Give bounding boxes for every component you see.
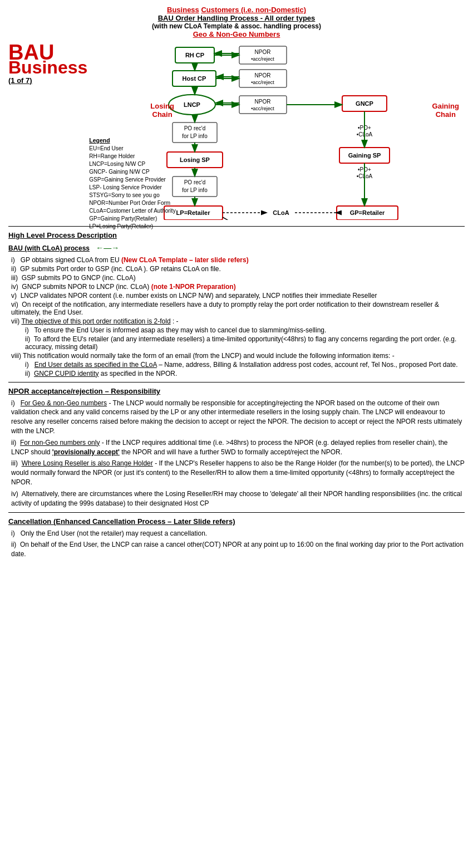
npor-item-iv-label: iv) <box>11 490 20 498</box>
step-i-label: i) <box>11 256 18 264</box>
arrows-inline-display: ←―→ <box>96 243 119 252</box>
npor-item-iii: iii) Where Losing Reseller is also Range… <box>11 459 465 487</box>
npor-item-iii-label: iii) <box>11 459 19 467</box>
legend-item-6: STSYG=Sorry to see you go <box>89 192 175 199</box>
cancel-item-i-text: Only the End User (not the retailer) may… <box>21 529 208 537</box>
step-vi: vi) On receipt of the notification, any … <box>11 301 465 316</box>
cancel-item-i-label: i) <box>11 529 18 537</box>
gaining-chain-text2: Chain <box>432 110 459 119</box>
step-ii-text: GP submits Port order to GSP (inc. CLoA … <box>20 265 221 273</box>
step-iv-text: GNCP submits NPOR to LNCP (inc. CLoA) <box>22 283 151 291</box>
step-iii-text: GSP submits PO to GNCP (inc. CLoA) <box>22 274 136 282</box>
cancel-item-ii: ii) On behalf of the End User, the LNCP … <box>11 540 465 559</box>
npor2-sub: •acc/reject <box>251 80 274 85</box>
lncp-node-text: LNCP <box>184 101 200 108</box>
npor-item-iii-underline: Where Losing Reseller is also Range Hold… <box>22 459 153 467</box>
step-vii-ii-label: ii) <box>25 335 32 343</box>
step-vii-ii-text: To afford the EU's retailer (and any int… <box>25 335 456 351</box>
step-viii-ii: ii) GNCP CUPID identity as specified in … <box>25 370 465 377</box>
step-vii-i: i) To ensure the End User is informed as… <box>25 326 465 334</box>
header-line1: Business Customers (i.e. non-Domestic) <box>8 6 465 14</box>
high-level-section: High Level Process Description BAU (with… <box>8 231 465 377</box>
npor3-label: NPOR <box>255 99 271 105</box>
step-iv-label: iv) <box>11 283 20 291</box>
svg-line-31 <box>223 217 245 220</box>
header-line2: BAU Order Handling Process - All order t… <box>8 14 465 22</box>
legend-item-9: GP=Gaining Party(Retailer) <box>89 215 175 223</box>
step-vii: vii) The objective of this port order no… <box>11 317 465 351</box>
npor-item-ii-text2: the NPOR and will have a further 5WD to … <box>121 448 342 456</box>
step-vii-underline: The objective of this port order notific… <box>21 317 170 325</box>
gaining-chain-label: Gaining Chain <box>432 102 459 119</box>
gaining-chain-text: Gaining <box>432 102 459 110</box>
npor-item-ii: ii) For non-Geo numbers only - If the LN… <box>11 438 465 457</box>
npor-item-ii-boldunderline: 'provisionally accept' <box>52 448 120 456</box>
step-ii: ii) GP submits Port order to GSP (inc. C… <box>11 265 465 273</box>
step-vii-colon: : - <box>173 317 179 325</box>
divider2 <box>8 382 465 382</box>
step-viii-ii-text: as specified in the NPOR. <box>101 370 177 377</box>
step-iv-highlight: (note 1-NPOR Preparation) <box>151 283 236 291</box>
cancellation-title: Cancellation (Enhanced Cancellation Proc… <box>8 517 465 526</box>
losing-chain-text2: Chain <box>150 110 174 119</box>
legend-block: Legend EU=End User RH=Range Holder LNCP=… <box>89 136 175 231</box>
step-viii-sublist: i) End User details as specified in the … <box>25 361 465 377</box>
legend-item-1: RH=Range Holder <box>89 153 175 160</box>
step-viii-i: i) End User details as specified in the … <box>25 361 465 369</box>
header-line4: Geo & Non-Geo Numbers <box>8 30 465 38</box>
npor-item-ii-label: ii) <box>11 439 18 447</box>
legend-item-4: GSP=Gaining Service Provider <box>89 176 175 184</box>
porecd1-line2: for LP info <box>183 133 208 139</box>
gncp-node-text: GNCP <box>356 100 373 107</box>
losing-chain-text: Losing <box>150 102 174 110</box>
step-vii-i-text: To ensure the End User is informed asap … <box>34 326 326 334</box>
bau-process-label: BAU (with CLoA) process <box>8 244 90 252</box>
step-i: i) GP obtains signed CLoA from EU (New C… <box>11 256 465 264</box>
bau-process-line: BAU (with CLoA) process ←―→ <box>8 243 465 254</box>
high-level-title: High Level Process Description <box>8 231 465 239</box>
page-header: Business Customers (i.e. non-Domestic) B… <box>8 6 465 38</box>
porecd1-line1: PO rec'd <box>184 125 206 131</box>
header-line1-plain: Customers (i.e. non-Domestic) <box>201 6 306 14</box>
legend-item-0: EU=End User <box>89 145 175 153</box>
flow-diagram: RH CP Host CP LNCP NPOR •acc/reject NPOR… <box>142 42 431 220</box>
npor-item-iv: iv) Alternatively, there are circumstanc… <box>11 489 465 508</box>
step-iii: iii) GSP submits PO to GNCP (inc. CLoA) <box>11 274 465 282</box>
cancel-item-ii-label: ii) <box>11 541 18 548</box>
top-section: BAU Business (1 of 7) Losing Chain Gaini… <box>8 42 465 222</box>
page-container: Business Customers (i.e. non-Domestic) B… <box>8 6 465 559</box>
step-i-text: GP obtains signed CLoA from EU <box>21 256 121 264</box>
npor1-label: NPOR <box>255 49 271 55</box>
step-i-highlight: (New CLoA Template – later slide refers) <box>121 256 249 264</box>
npor-section-title: NPOR acceptance/rejection – Responsibili… <box>8 387 465 395</box>
npor1-sub: •acc/reject <box>251 56 274 62</box>
step-vi-text: On receipt of the notification, any inte… <box>11 301 439 316</box>
legend-title: Legend <box>89 136 175 145</box>
step-iii-label: iii) <box>11 274 19 282</box>
header-line3: (with new CLoA Template & assoc. handlin… <box>8 22 465 30</box>
header-business-underline: Business <box>167 6 199 14</box>
porecd2-line2: for LP info <box>183 187 208 193</box>
step-vi-label: vi) <box>11 301 20 308</box>
step-v: v) LNCP validates NPOR content (i.e. num… <box>11 292 465 300</box>
cancellation-section: Cancellation (Enhanced Cancellation Proc… <box>8 517 465 558</box>
gp-retailer-node-text: GP=Retailer <box>350 209 385 216</box>
step-ii-label: ii) <box>11 265 18 273</box>
cloa-middle-text: CLoA <box>273 209 289 216</box>
npor-item-iv-text: Alternatively, there are circumstances w… <box>11 490 462 507</box>
legend-item-3: GNCP- Gaining N/W CP <box>89 168 175 176</box>
step-vii-sublist: i) To ensure the End User is informed as… <box>25 326 465 351</box>
step-viii-ii-label: ii) <box>25 370 32 377</box>
legend-item-7: NPOR=Number Port Order Form <box>89 199 175 207</box>
cancel-item-ii-text: On behalf of the End User, the LNCP can … <box>11 541 464 558</box>
step-v-label: v) <box>11 292 18 300</box>
npor-item-ii-underline: For non-Geo numbers only <box>20 439 100 447</box>
step-viii: viii) This notification would normally t… <box>11 352 465 377</box>
npor-item-i-label: i) <box>11 399 18 407</box>
hostcp-node-text: Host CP <box>183 75 206 82</box>
step-viii-text: viii) This notification would normally t… <box>11 352 395 360</box>
step-iv: iv) GNCP submits NPOR to LNCP (inc. CLoA… <box>11 283 465 291</box>
legend-item-5: LSP- Losing Service Provider <box>89 184 175 192</box>
bau-page-label: (1 of 7) <box>8 76 92 85</box>
diagram-container: Losing Chain Gaining Chain <box>92 42 465 222</box>
